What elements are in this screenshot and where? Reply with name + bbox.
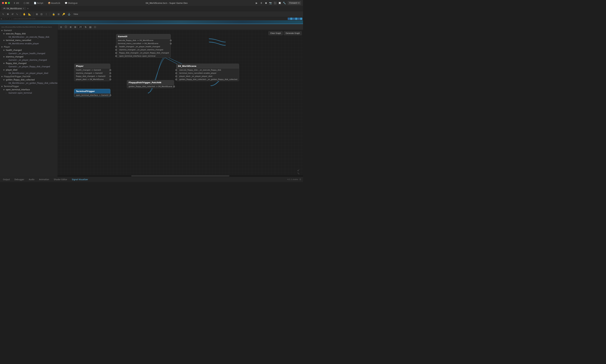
nav-script[interactable]: 📄 Script bbox=[33, 1, 44, 5]
zoom-plus-icon[interactable]: ⊕ bbox=[9, 18, 10, 20]
generate-graph-button[interactable]: Generate Graph bbox=[284, 31, 302, 35]
port-gameui-execute-right bbox=[170, 40, 172, 41]
snap-tool[interactable]: ⊡ bbox=[40, 12, 43, 16]
tree-item-floppy-trigger[interactable]: ▼ FloppyDiskTrigger_Patch06 bbox=[0, 75, 57, 78]
tree-item-terminal-trigger[interactable]: ▼ TerminalTrigger bbox=[0, 85, 57, 88]
scroll-corner[interactable]: ↙ bbox=[297, 168, 300, 172]
tree-item-on-execute[interactable]: — 04_WorldScene::_on_execute_floppy_disk bbox=[0, 35, 57, 39]
editor-nav: ↕ 2D ⬡ 3D 📄 Script 📦 AssetLib 💬 Dialogue bbox=[13, 1, 79, 5]
new-tab-button[interactable]: + bbox=[26, 7, 30, 10]
camera-button[interactable]: 📷 bbox=[269, 1, 272, 5]
tabbar: 🎮 04_WorldScene ✕ + bbox=[0, 6, 303, 11]
worldscene-row-3: golden_floppy_disk_collected::_on_golden… bbox=[176, 78, 239, 81]
tree-item-player-died[interactable]: ▼ player_died bbox=[0, 68, 57, 72]
worldscene-node-title: 04_WorldScene bbox=[176, 64, 239, 68]
tree-item-on-player-died[interactable]: — 04_WorldScene::_on_player_player_died bbox=[0, 72, 57, 75]
tree-item-enable-player[interactable]: — 04_WorldScene::enable_player bbox=[0, 42, 57, 45]
tree-item-open-terminal[interactable]: ▼ open_terminal_interface bbox=[0, 88, 57, 91]
view-button[interactable]: View bbox=[72, 12, 79, 16]
tab-debugger[interactable]: Debugger bbox=[13, 178, 25, 181]
timeline: ◀ 41.8 % ⊕ 140613881550159015001590 bbox=[0, 17, 303, 24]
horizontal-scrollbar[interactable] bbox=[58, 175, 303, 177]
port-ws-execute-left bbox=[175, 69, 177, 71]
gameui-node[interactable]: GameUI execute_floppy_disk -> 04_WorldSc… bbox=[116, 34, 171, 58]
rotate-tool[interactable]: ↺ bbox=[11, 12, 14, 16]
tree-path: res://Scenes/World/Worlds/World04/04_Wor… bbox=[0, 25, 57, 29]
tab-shader-editor[interactable]: Shader Editor bbox=[53, 178, 68, 181]
close-button[interactable] bbox=[2, 2, 4, 4]
dash-icon: — bbox=[5, 42, 7, 45]
nav-2d[interactable]: ↕ 2D bbox=[13, 1, 20, 5]
chevron-down-icon: ▾ bbox=[298, 2, 299, 4]
grid-tool[interactable]: ⊞ bbox=[35, 12, 39, 16]
ruler-tool[interactable]: 📐 bbox=[27, 12, 32, 16]
arrow-icon: ▼ bbox=[3, 56, 5, 58]
minimize-button[interactable] bbox=[5, 2, 7, 4]
settings-icon[interactable]: ☰ bbox=[299, 178, 301, 181]
tree-item-gameui-open-terminal[interactable]: — GameUI::open_terminal bbox=[0, 91, 57, 95]
dash-icon: — bbox=[5, 72, 7, 74]
tree-item-on-stamina[interactable]: — GameUI::_on_player_stamina_changed bbox=[0, 58, 57, 62]
maximize-button[interactable] bbox=[8, 2, 10, 4]
play-button[interactable]: ▶ bbox=[255, 1, 259, 5]
tab-output[interactable]: Output bbox=[2, 178, 11, 181]
tab-signal-visualizer[interactable]: Signal Visualizer bbox=[71, 178, 89, 181]
arrange-button[interactable]: ⇅ bbox=[84, 25, 87, 29]
pause-button[interactable]: ⏸ bbox=[259, 1, 263, 5]
tree-item-terminal-menu[interactable]: ▼ terminal_menu_cancelled bbox=[0, 39, 57, 42]
port-player-stamina-right bbox=[109, 72, 111, 74]
more-tool[interactable]: ⋮ bbox=[44, 12, 48, 16]
close-tab-icon[interactable]: ✕ bbox=[23, 8, 24, 9]
player-node[interactable]: Player health_changed -> GameUI stamina_… bbox=[74, 64, 110, 81]
tree-item-on-health[interactable]: — GameUI::_on_player_health_changed bbox=[0, 52, 57, 55]
key-tool[interactable]: 🔑 bbox=[61, 12, 66, 16]
tree-item-floppy[interactable]: ▼ floppy_disk_changed bbox=[0, 62, 57, 65]
move-tool[interactable]: ✥ bbox=[6, 12, 10, 16]
tree-item-health[interactable]: ▼ health_changed bbox=[0, 49, 57, 52]
zoom-reset-button[interactable]: ⓘ bbox=[64, 25, 68, 29]
settings-icon[interactable]: 🔧 bbox=[283, 1, 286, 5]
export-button[interactable]: ⬡ bbox=[93, 25, 97, 29]
scene-tab[interactable]: 🎮 04_WorldScene ✕ bbox=[1, 7, 26, 10]
tree-item-on-golden-floppy[interactable]: — 04_WorldScene::_on_golden_floppy_disk_… bbox=[0, 81, 57, 85]
zoom-in-button[interactable]: ⊕ bbox=[69, 25, 72, 29]
layout-button[interactable]: ⊞ bbox=[73, 25, 77, 29]
worldscene-node[interactable]: 04_WorldScene execute_floppy_disk::_on_e… bbox=[176, 64, 239, 81]
nav-dialogue[interactable]: 💬 Dialogue bbox=[64, 1, 79, 5]
script-icon: 📄 bbox=[34, 2, 36, 4]
zoom-value: 41.8 % bbox=[3, 18, 8, 20]
terminal-node[interactable]: TerminalTrigger open_terminal_interface … bbox=[74, 89, 110, 97]
port-player-died-right bbox=[109, 79, 111, 80]
arrow-icon: ▼ bbox=[3, 33, 5, 35]
version-text: 4.1.1.stable bbox=[287, 178, 298, 181]
pan-tool[interactable]: ✋ bbox=[22, 12, 27, 16]
stop-button[interactable]: ⏹ bbox=[264, 1, 268, 5]
zoom-out-button[interactable]: ⊖ bbox=[59, 25, 63, 29]
nav-3d[interactable]: ⬡ 3D bbox=[23, 1, 30, 5]
fit-view-button[interactable]: ⤡ bbox=[297, 172, 300, 175]
tree-item-player[interactable]: ▼ Player bbox=[0, 45, 57, 49]
scale-tool[interactable]: ⤡ bbox=[15, 12, 19, 16]
forward-button[interactable]: Forward+ ▾ bbox=[288, 1, 301, 5]
debug-button[interactable]: 🔲 bbox=[278, 1, 282, 5]
tree-item-golden-floppy[interactable]: ▼ golden_floppy_disk_collected bbox=[0, 78, 57, 81]
graph-area[interactable]: ⊖ ⓘ ⊕ ⊞ 20 ⇅ ▤ ⬡ Clear Graph Generate Gr… bbox=[58, 24, 303, 177]
anchor-tool[interactable]: ⚓ bbox=[67, 12, 71, 16]
tree-item-stamina[interactable]: ▼ stamina_changed bbox=[0, 55, 57, 58]
group-tool[interactable]: ⊞ bbox=[57, 12, 61, 16]
tree-item-on-floppy[interactable]: — GameUI::_on_player_floppy_disk_changed bbox=[0, 65, 57, 68]
remote-button[interactable]: ⬛ bbox=[273, 1, 277, 5]
tree-item-gameui[interactable]: ▼ GameUI bbox=[0, 29, 57, 32]
tab-audio[interactable]: Audio bbox=[28, 178, 35, 181]
dash-icon: — bbox=[5, 52, 7, 55]
clear-graph-button[interactable]: Clear Graph bbox=[269, 31, 283, 35]
table-button[interactable]: ▤ bbox=[88, 25, 92, 29]
tab-animation[interactable]: Animation bbox=[38, 178, 50, 181]
nav-assetlib[interactable]: 📦 AssetLib bbox=[47, 1, 61, 5]
tree-item-execute-floppy[interactable]: ▼ execute_floppy_disk bbox=[0, 32, 57, 35]
arrow-icon: ▼ bbox=[3, 79, 5, 81]
select-tool[interactable]: ↖ bbox=[1, 12, 5, 16]
floppy-node[interactable]: FloppyDiskTrigger_Patch06 golden_floppy_… bbox=[127, 80, 174, 88]
window-title: 04_WorldScene.tscn - Super Game Dev bbox=[80, 2, 254, 4]
lock-tool[interactable]: 🔒 bbox=[51, 12, 56, 16]
